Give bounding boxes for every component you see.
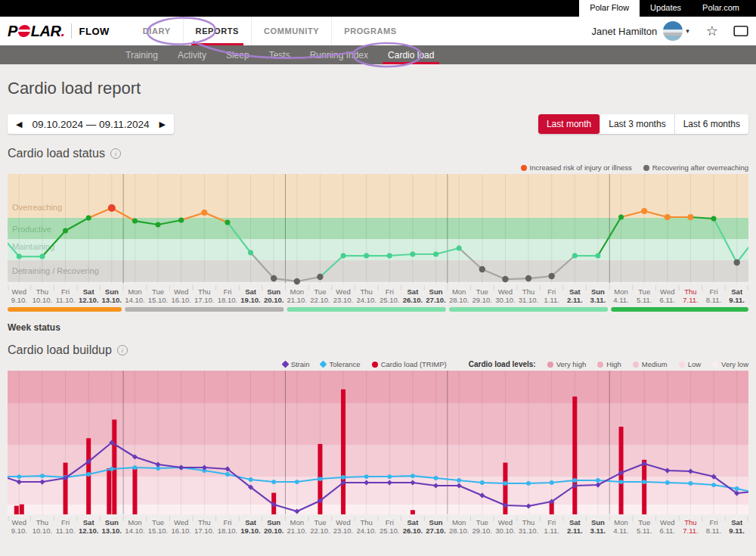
svg-text:1.11.: 1.11. (544, 526, 559, 535)
svg-text:3.11.: 3.11. (590, 526, 606, 535)
nav-item-community[interactable]: COMMUNITY (251, 17, 331, 45)
svg-text:9.11.: 9.11. (729, 296, 745, 304)
nav-item-programs[interactable]: PROGRAMS (331, 17, 409, 45)
cardio-load-levels-label: Cardio load levels: (469, 360, 536, 368)
svg-text:Mon: Mon (614, 518, 627, 526)
svg-text:Sun: Sun (267, 518, 280, 526)
svg-text:Fri: Fri (61, 287, 70, 296)
svg-text:Wed: Wed (336, 287, 350, 296)
svg-text:Sat: Sat (731, 287, 743, 296)
range-button-last-month[interactable]: Last month (538, 114, 600, 134)
svg-text:7.11.: 7.11. (683, 296, 698, 304)
legend-level-medium: Medium (633, 360, 668, 368)
svg-text:26.10.: 26.10. (403, 526, 423, 535)
svg-text:20.10.: 20.10. (264, 296, 284, 304)
status-section-title: Cardio load status (8, 147, 105, 160)
svg-text:11.10.: 11.10. (56, 526, 76, 535)
svg-text:2.11.: 2.11. (567, 526, 583, 535)
svg-text:18.10.: 18.10. (218, 526, 237, 535)
svg-text:6.11.: 6.11. (660, 296, 675, 304)
info-icon[interactable] (117, 345, 128, 356)
main-header: PLAR. FLOW DIARYREPORTSCOMMUNITYPROGRAMS… (0, 17, 756, 45)
legend-dot (679, 362, 685, 368)
svg-text:Fri: Fri (547, 287, 556, 296)
svg-text:18.10.: 18.10. (218, 296, 237, 304)
page-title: Cardio load report (8, 79, 748, 98)
svg-text:Sun: Sun (591, 287, 605, 296)
legend-dot (597, 362, 603, 368)
svg-text:27.10.: 27.10. (426, 296, 445, 304)
subnav-item-activity[interactable]: Activity (168, 45, 216, 64)
svg-text:Sat: Sat (245, 287, 257, 296)
svg-text:Sat: Sat (245, 518, 257, 526)
svg-text:Fri: Fri (386, 287, 394, 296)
info-icon[interactable] (110, 148, 121, 159)
svg-text:21.10.: 21.10. (287, 526, 307, 535)
nav-item-reports[interactable]: REPORTS (183, 17, 251, 45)
subnav-item-cardio-load[interactable]: Cardio load (378, 45, 444, 64)
svg-text:16.10.: 16.10. (171, 296, 191, 304)
top-bar: Polar FlowUpdatesPolar.com (0, 0, 756, 17)
next-period-button[interactable]: ▶ (158, 118, 167, 131)
svg-text:Sat: Sat (407, 518, 420, 526)
svg-text:9.10.: 9.10. (11, 296, 27, 304)
polar-logo[interactable]: PLAR. (8, 23, 65, 40)
legend-label: Strain (291, 360, 310, 368)
svg-text:26.10.: 26.10. (403, 296, 423, 304)
svg-text:Wed: Wed (336, 518, 350, 526)
svg-text:Detraining / Recovering: Detraining / Recovering (12, 266, 99, 275)
svg-text:5.11.: 5.11. (637, 296, 652, 304)
header-divider (71, 23, 72, 39)
svg-text:Sun: Sun (105, 287, 119, 296)
feedback-icon[interactable] (733, 25, 748, 37)
svg-text:Productive: Productive (12, 225, 51, 234)
avatar[interactable] (663, 21, 683, 41)
svg-text:4.11.: 4.11. (613, 526, 628, 535)
svg-text:Overreaching: Overreaching (12, 203, 62, 212)
svg-text:Wed: Wed (660, 287, 674, 296)
svg-text:1.11.: 1.11. (544, 296, 559, 304)
svg-text:29.10.: 29.10. (472, 296, 492, 304)
svg-text:Wed: Wed (174, 287, 188, 296)
prev-period-button[interactable]: ◀ (14, 118, 23, 131)
portal-tab-polar-flow[interactable]: Polar Flow (579, 0, 640, 17)
nav-item-diary[interactable]: DIARY (131, 17, 183, 45)
svg-text:25.10.: 25.10. (380, 526, 399, 535)
subnav-item-tests[interactable]: Tests (259, 45, 300, 64)
svg-text:22.10.: 22.10. (310, 526, 330, 535)
svg-text:Sun: Sun (429, 518, 443, 526)
svg-text:24.10.: 24.10. (356, 296, 376, 304)
legend-level-very-low: Very low (712, 360, 748, 368)
legend-label: Medium (642, 360, 668, 368)
cardio-load-buildup-chart: Wed9.10.Thu10.10.Fri11.10.Sat12.10.Sun13… (8, 371, 748, 540)
range-button-last-6-months[interactable]: Last 6 months (674, 114, 748, 134)
svg-text:24.10.: 24.10. (356, 526, 376, 535)
svg-text:31.10.: 31.10. (519, 526, 538, 535)
svg-text:Mon: Mon (614, 287, 627, 296)
svg-text:27.10.: 27.10. (426, 526, 445, 535)
portal-tab-polar-com[interactable]: Polar.com (692, 0, 750, 17)
svg-text:Thu: Thu (684, 287, 696, 296)
svg-text:Wed: Wed (12, 287, 26, 296)
svg-text:19.10.: 19.10. (240, 526, 260, 535)
svg-text:Sat: Sat (569, 287, 581, 296)
chevron-down-icon[interactable]: ▾ (686, 27, 689, 35)
svg-text:2.11.: 2.11. (567, 296, 583, 304)
svg-text:31.10.: 31.10. (519, 296, 538, 304)
legend-item-recovering-after-overreaching: Recovering after overreaching (643, 163, 748, 172)
svg-text:29.10.: 29.10. (472, 526, 492, 535)
legend-label: Low (688, 360, 701, 368)
range-button-last-3-months[interactable]: Last 3 months (600, 114, 674, 134)
subnav-item-training[interactable]: Training (116, 45, 168, 64)
legend-dot (643, 165, 649, 171)
svg-text:12.10.: 12.10. (79, 296, 98, 304)
legend-label: Tolerance (329, 360, 360, 368)
svg-text:Thu: Thu (36, 287, 48, 296)
portal-tab-updates[interactable]: Updates (640, 0, 692, 17)
user-name[interactable]: Janet Hamilton (592, 26, 658, 37)
logo-dot: . (60, 23, 64, 40)
subnav-item-sleep[interactable]: Sleep (216, 45, 259, 64)
svg-text:Mon: Mon (452, 518, 466, 526)
star-icon[interactable]: ☆ (706, 24, 718, 38)
subnav-item-running-index[interactable]: Running Index (300, 45, 378, 64)
